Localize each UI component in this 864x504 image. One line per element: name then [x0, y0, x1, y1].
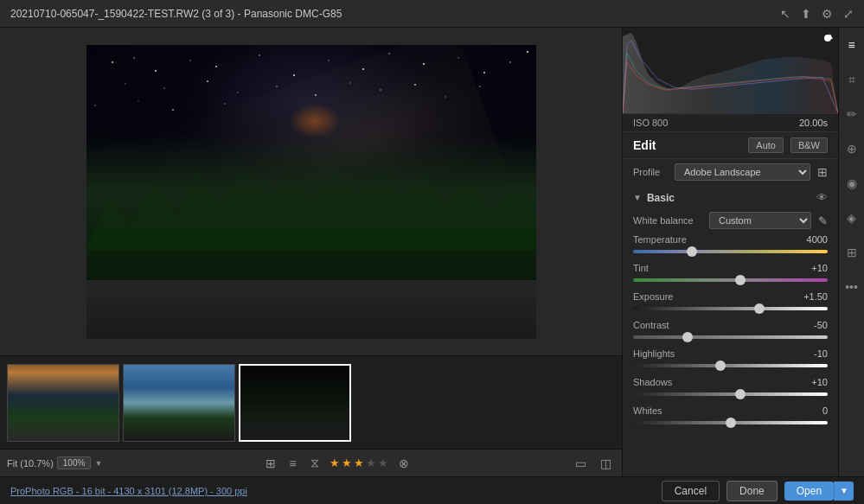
cancel-button[interactable]: Cancel [662, 481, 720, 501]
contrast-label: Contrast [633, 320, 669, 330]
svg-point-21 [349, 82, 350, 83]
color-profile-link[interactable]: ProPhoto RGB - 16 bit - 4130 x 3101 (12.… [10, 486, 247, 496]
temperature-slider[interactable] [633, 246, 828, 258]
thumb-house-img [8, 365, 118, 441]
left-panel: Fit (10.7%) 100% ▼ ⊞ ≡ ⧖ ★ ★ ★ ★ ★ ⊗ ▭ ◫ [0, 28, 622, 476]
thumbnail-3[interactable] [239, 364, 351, 442]
zoom-100-button[interactable]: 100% [57, 456, 92, 469]
tint-value: +10 [811, 263, 828, 273]
thumbnail-1[interactable] [7, 364, 119, 442]
exposure-value: +1.50 [803, 291, 828, 302]
exposure-row: Exposure +1.50 [623, 289, 838, 317]
list-view-icon[interactable]: ≡ [286, 455, 300, 472]
eye-icon[interactable]: ◈ [842, 207, 862, 228]
bw-button[interactable]: B&W [790, 137, 828, 153]
svg-point-23 [414, 84, 416, 86]
svg-point-20 [315, 94, 317, 96]
shadows-slider[interactable] [633, 388, 828, 400]
crop-icon[interactable]: ⌗ [842, 69, 862, 90]
edit-header-right: Auto B&W [748, 137, 828, 153]
svg-point-7 [328, 60, 329, 61]
shadows-value: +10 [811, 377, 828, 387]
svg-point-14 [527, 51, 528, 53]
contrast-value: -50 [814, 320, 828, 330]
sliders-icon[interactable]: ≡ [842, 35, 862, 55]
svg-point-22 [380, 89, 381, 91]
whites-slider[interactable] [633, 417, 828, 429]
basic-eye-icon[interactable]: 👁 [816, 191, 828, 204]
compare-icon[interactable]: ◫ [597, 455, 615, 472]
highlights-slider[interactable] [633, 360, 828, 372]
filter-icon[interactable]: ⧖ [307, 454, 323, 472]
main-content: Fit (10.7%) 100% ▼ ⊞ ≡ ⧖ ★ ★ ★ ★ ★ ⊗ ▭ ◫ [0, 28, 864, 476]
svg-point-13 [509, 61, 511, 63]
shadows-label: Shadows [633, 377, 672, 387]
image-area[interactable] [0, 28, 622, 355]
edit-header: Edit Auto B&W [623, 132, 838, 159]
adjust-panel: ▲ ISO 800 20.00s Edit Auto B&W Profile A… [623, 28, 838, 476]
svg-point-2 [155, 70, 157, 72]
profile-label: Profile [633, 167, 668, 177]
auto-button[interactable]: Auto [748, 137, 784, 153]
wb-select[interactable]: Custom As Shot Auto Daylight Cloudy Shad… [709, 212, 811, 229]
stars-rating: ★ ★ ★ ★ ★ [330, 456, 388, 469]
svg-point-18 [237, 92, 238, 93]
grid-view-icon[interactable]: ⊞ [262, 455, 279, 472]
zoom-fit-label[interactable]: Fit (10.7%) [7, 458, 54, 469]
thumb-night-img [240, 366, 349, 440]
star-2[interactable]: ★ [342, 456, 352, 469]
exposure-slider[interactable] [633, 303, 828, 315]
basic-title-text: Basic [647, 192, 675, 204]
color-wheel-icon[interactable]: ◉ [842, 173, 862, 194]
temperature-value: 4000 [807, 234, 828, 245]
star-5[interactable]: ★ [378, 456, 388, 469]
tint-slider[interactable] [633, 274, 828, 286]
star-3[interactable]: ★ [354, 456, 364, 469]
zoom-dropdown-icon[interactable]: ▼ [94, 459, 102, 468]
basic-section-header[interactable]: ▼ Basic 👁 [623, 186, 838, 209]
svg-point-15 [125, 83, 125, 84]
settings-icon[interactable]: ⚙ [822, 7, 833, 21]
tint-row: Tint +10 [623, 260, 838, 289]
stars-svg [86, 45, 536, 339]
whites-row: Whites 0 [623, 403, 838, 431]
wb-eyedropper-icon[interactable]: ✎ [818, 214, 828, 227]
crop-view-icon[interactable]: ▭ [572, 455, 590, 472]
temperature-row: Temperature 4000 [623, 232, 838, 260]
profile-select[interactable]: Adobe Landscape Adobe Standard Adobe Viv… [675, 163, 810, 181]
open-button[interactable]: Open [784, 482, 834, 501]
svg-point-3 [189, 60, 190, 61]
healing-icon[interactable]: ⊕ [842, 138, 862, 159]
star-4[interactable]: ★ [366, 456, 376, 469]
shadows-row: Shadows +10 [623, 374, 838, 403]
whites-value: 0 [822, 405, 828, 416]
right-panel: ▲ ISO 800 20.00s Edit Auto B&W Profile A… [622, 28, 864, 476]
profile-row: Profile Adobe Landscape Adobe Standard A… [623, 159, 838, 186]
svg-point-17 [207, 80, 208, 82]
upload-icon[interactable]: ⬆ [801, 7, 811, 21]
svg-point-11 [458, 57, 458, 58]
profile-grid-icon[interactable]: ⊞ [817, 165, 828, 179]
exposure-time-value: 20.00s [799, 118, 828, 128]
highlights-row: Highlights -10 [623, 346, 838, 374]
done-button[interactable]: Done [726, 481, 778, 501]
svg-point-6 [293, 74, 295, 76]
svg-point-25 [479, 86, 481, 87]
star-1[interactable]: ★ [330, 456, 340, 469]
svg-point-5 [259, 54, 260, 56]
svg-point-0 [112, 61, 113, 63]
contrast-slider[interactable] [633, 331, 828, 343]
thumbnail-2[interactable] [123, 364, 235, 442]
temperature-label: Temperature [633, 234, 687, 245]
more-icon[interactable]: ••• [842, 277, 862, 297]
pen-icon[interactable]: ✏ [842, 104, 862, 124]
grid-icon[interactable]: ⊞ [842, 242, 862, 263]
bottom-actions: Cancel Done Open ▼ [662, 481, 854, 501]
iso-label: ISO 800 [633, 118, 668, 128]
expand-icon[interactable]: ⤢ [843, 7, 854, 21]
delete-icon[interactable]: ⊗ [395, 455, 413, 472]
open-dropdown-button[interactable]: ▼ [834, 482, 854, 501]
histogram-scroll-up[interactable]: ▲ [826, 31, 835, 41]
svg-point-19 [276, 86, 278, 87]
svg-point-1 [133, 57, 135, 59]
